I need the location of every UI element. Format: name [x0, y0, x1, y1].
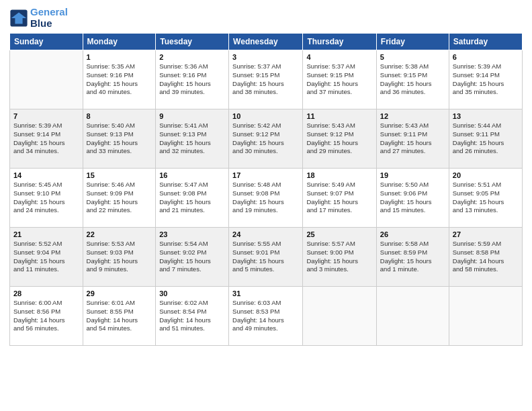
weekday-header-friday: Friday — [376, 34, 449, 50]
logo-text: General Blue — [30, 7, 68, 29]
weekday-header-tuesday: Tuesday — [156, 34, 229, 50]
day-info: Sunrise: 5:51 AM Sunset: 9:05 PM Dayligh… — [453, 181, 519, 215]
calendar-cell — [449, 287, 522, 346]
weekday-header-monday: Monday — [83, 34, 156, 50]
day-number: 20 — [453, 171, 519, 179]
day-info: Sunrise: 5:55 AM Sunset: 9:01 PM Dayligh… — [232, 240, 299, 274]
day-number: 13 — [453, 112, 519, 120]
day-number: 26 — [380, 230, 445, 238]
calendar-cell: 13Sunrise: 5:44 AM Sunset: 9:11 PM Dayli… — [449, 109, 522, 169]
day-number: 30 — [159, 289, 225, 298]
day-info: Sunrise: 5:50 AM Sunset: 9:06 PM Dayligh… — [380, 181, 445, 215]
calendar-cell: 3Sunrise: 5:37 AM Sunset: 9:15 PM Daylig… — [229, 50, 303, 109]
day-number: 2 — [159, 53, 225, 61]
day-info: Sunrise: 5:37 AM Sunset: 9:15 PM Dayligh… — [306, 62, 372, 97]
day-number: 7 — [13, 112, 79, 120]
day-number: 5 — [380, 53, 445, 61]
calendar-cell: 2Sunrise: 5:36 AM Sunset: 9:16 PM Daylig… — [156, 50, 229, 109]
day-number: 16 — [159, 171, 225, 179]
weekday-header-saturday: Saturday — [449, 34, 522, 50]
calendar-cell: 31Sunrise: 6:03 AM Sunset: 8:53 PM Dayli… — [229, 287, 303, 346]
day-info: Sunrise: 5:35 AM Sunset: 9:16 PM Dayligh… — [87, 62, 152, 97]
day-info: Sunrise: 5:43 AM Sunset: 9:11 PM Dayligh… — [380, 122, 445, 156]
day-number: 9 — [159, 112, 225, 120]
day-info: Sunrise: 5:36 AM Sunset: 9:16 PM Dayligh… — [159, 62, 225, 97]
day-info: Sunrise: 5:37 AM Sunset: 9:15 PM Dayligh… — [232, 62, 299, 97]
day-number: 14 — [13, 171, 79, 179]
calendar-cell: 14Sunrise: 5:45 AM Sunset: 9:10 PM Dayli… — [10, 169, 83, 228]
calendar-cell: 18Sunrise: 5:49 AM Sunset: 9:07 PM Dayli… — [303, 169, 376, 228]
logo-icon — [9, 9, 28, 28]
day-info: Sunrise: 5:59 AM Sunset: 8:58 PM Dayligh… — [453, 240, 519, 274]
day-info: Sunrise: 5:54 AM Sunset: 9:02 PM Dayligh… — [159, 240, 225, 274]
day-number: 12 — [380, 112, 445, 120]
day-number: 6 — [453, 53, 519, 61]
logo: General Blue — [9, 7, 68, 29]
calendar-week-row: 14Sunrise: 5:45 AM Sunset: 9:10 PM Dayli… — [10, 169, 523, 228]
day-info: Sunrise: 5:57 AM Sunset: 9:00 PM Dayligh… — [306, 240, 372, 274]
calendar-cell: 6Sunrise: 5:39 AM Sunset: 9:14 PM Daylig… — [449, 50, 522, 109]
calendar-cell: 22Sunrise: 5:53 AM Sunset: 9:03 PM Dayli… — [83, 228, 156, 287]
day-info: Sunrise: 5:58 AM Sunset: 8:59 PM Dayligh… — [380, 240, 445, 274]
day-number: 28 — [13, 289, 79, 298]
calendar-week-row: 21Sunrise: 5:52 AM Sunset: 9:04 PM Dayli… — [10, 228, 523, 287]
calendar-cell: 8Sunrise: 5:40 AM Sunset: 9:13 PM Daylig… — [83, 109, 156, 169]
calendar-cell: 11Sunrise: 5:43 AM Sunset: 9:12 PM Dayli… — [303, 109, 376, 169]
weekday-header-sunday: Sunday — [10, 34, 83, 50]
day-number: 15 — [87, 171, 152, 179]
day-number: 8 — [87, 112, 152, 120]
calendar-cell: 25Sunrise: 5:57 AM Sunset: 9:00 PM Dayli… — [303, 228, 376, 287]
calendar-cell: 19Sunrise: 5:50 AM Sunset: 9:06 PM Dayli… — [376, 169, 449, 228]
day-info: Sunrise: 6:00 AM Sunset: 8:56 PM Dayligh… — [13, 299, 79, 333]
day-number: 24 — [232, 230, 299, 238]
calendar-cell: 27Sunrise: 5:59 AM Sunset: 8:58 PM Dayli… — [449, 228, 522, 287]
day-info: Sunrise: 5:52 AM Sunset: 9:04 PM Dayligh… — [13, 240, 79, 274]
calendar-cell: 7Sunrise: 5:39 AM Sunset: 9:14 PM Daylig… — [10, 109, 83, 169]
day-info: Sunrise: 6:02 AM Sunset: 8:54 PM Dayligh… — [159, 299, 225, 333]
calendar-cell: 29Sunrise: 6:01 AM Sunset: 8:55 PM Dayli… — [83, 287, 156, 346]
weekday-header-wednesday: Wednesday — [229, 34, 303, 50]
day-number: 11 — [306, 112, 372, 120]
day-number: 21 — [13, 230, 79, 238]
calendar-table: SundayMondayTuesdayWednesdayThursdayFrid… — [9, 33, 523, 346]
calendar-cell: 16Sunrise: 5:47 AM Sunset: 9:08 PM Dayli… — [156, 169, 229, 228]
calendar-cell — [376, 287, 449, 346]
day-number: 23 — [159, 230, 225, 238]
day-number: 10 — [232, 112, 299, 120]
calendar-cell: 12Sunrise: 5:43 AM Sunset: 9:11 PM Dayli… — [376, 109, 449, 169]
day-info: Sunrise: 5:40 AM Sunset: 9:13 PM Dayligh… — [87, 122, 152, 156]
day-info: Sunrise: 5:38 AM Sunset: 9:15 PM Dayligh… — [380, 62, 445, 97]
day-info: Sunrise: 5:47 AM Sunset: 9:08 PM Dayligh… — [159, 181, 225, 215]
weekday-header-row: SundayMondayTuesdayWednesdayThursdayFrid… — [10, 34, 523, 50]
day-number: 31 — [232, 289, 299, 298]
day-info: Sunrise: 6:03 AM Sunset: 8:53 PM Dayligh… — [232, 299, 299, 333]
day-number: 1 — [87, 53, 152, 61]
day-number: 29 — [87, 289, 152, 298]
day-number: 4 — [306, 53, 372, 61]
day-info: Sunrise: 5:48 AM Sunset: 9:08 PM Dayligh… — [232, 181, 299, 215]
calendar-cell: 23Sunrise: 5:54 AM Sunset: 9:02 PM Dayli… — [156, 228, 229, 287]
day-number: 22 — [87, 230, 152, 238]
day-info: Sunrise: 6:01 AM Sunset: 8:55 PM Dayligh… — [87, 299, 152, 333]
calendar-cell: 28Sunrise: 6:00 AM Sunset: 8:56 PM Dayli… — [10, 287, 83, 346]
day-number: 17 — [232, 171, 299, 179]
day-number: 25 — [306, 230, 372, 238]
day-number: 27 — [453, 230, 519, 238]
day-info: Sunrise: 5:43 AM Sunset: 9:12 PM Dayligh… — [306, 122, 372, 156]
calendar-cell: 24Sunrise: 5:55 AM Sunset: 9:01 PM Dayli… — [229, 228, 303, 287]
day-info: Sunrise: 5:49 AM Sunset: 9:07 PM Dayligh… — [306, 181, 372, 215]
day-info: Sunrise: 5:53 AM Sunset: 9:03 PM Dayligh… — [87, 240, 152, 274]
header: General Blue — [9, 7, 523, 29]
calendar-cell: 15Sunrise: 5:46 AM Sunset: 9:09 PM Dayli… — [83, 169, 156, 228]
calendar-cell: 21Sunrise: 5:52 AM Sunset: 9:04 PM Dayli… — [10, 228, 83, 287]
day-info: Sunrise: 5:39 AM Sunset: 9:14 PM Dayligh… — [453, 62, 519, 97]
calendar-week-row: 7Sunrise: 5:39 AM Sunset: 9:14 PM Daylig… — [10, 109, 523, 169]
calendar-cell — [303, 287, 376, 346]
calendar-week-row: 1Sunrise: 5:35 AM Sunset: 9:16 PM Daylig… — [10, 50, 523, 109]
calendar-cell — [10, 50, 83, 109]
calendar-cell: 5Sunrise: 5:38 AM Sunset: 9:15 PM Daylig… — [376, 50, 449, 109]
calendar-page: General Blue SundayMondayTuesdayWednesda… — [0, 0, 532, 411]
day-info: Sunrise: 5:44 AM Sunset: 9:11 PM Dayligh… — [453, 122, 519, 156]
calendar-cell: 9Sunrise: 5:41 AM Sunset: 9:13 PM Daylig… — [156, 109, 229, 169]
day-number: 18 — [306, 171, 372, 179]
